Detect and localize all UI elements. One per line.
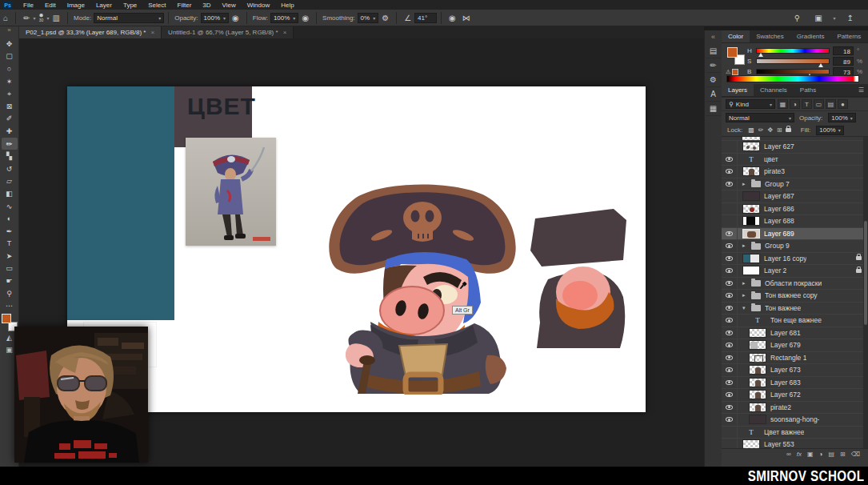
- visibility-toggle[interactable]: [722, 265, 738, 277]
- group-chevron-icon[interactable]: ▸: [742, 181, 747, 187]
- filter-adjustment-icon[interactable]: ◑: [790, 99, 800, 109]
- layer-row[interactable]: pirate3: [722, 166, 868, 178]
- workspace-switcher-icon[interactable]: ▣: [811, 14, 825, 22]
- visibility-toggle[interactable]: [722, 315, 738, 327]
- home-icon[interactable]: ⌂: [0, 14, 11, 22]
- menu-item[interactable]: Select: [142, 2, 171, 9]
- visibility-toggle[interactable]: [722, 414, 738, 426]
- layer-row[interactable]: Layer 672: [722, 389, 868, 402]
- brush-size-preview[interactable]: ●30: [35, 13, 46, 22]
- layer-row[interactable]: Layer 683: [722, 377, 868, 390]
- layer-row[interactable]: Rectangle 1: [722, 352, 868, 365]
- layer-row[interactable]: Layer 553: [722, 439, 868, 448]
- panel-tab[interactable]: Paths: [794, 84, 822, 96]
- properties-panel-icon[interactable]: ⚙: [706, 73, 721, 87]
- gamut-warning[interactable]: ⚠: [726, 69, 738, 75]
- brush-angle-field[interactable]: 41°: [414, 13, 437, 23]
- visibility-toggle[interactable]: [722, 439, 738, 448]
- brush-tool[interactable]: ✏: [2, 138, 18, 150]
- layer-blend-mode-select[interactable]: Normal▾: [726, 113, 794, 122]
- layer-effects-icon[interactable]: fx: [797, 451, 802, 458]
- filter-attribute-icon[interactable]: ●: [838, 99, 848, 109]
- group-chevron-icon[interactable]: ▸: [742, 242, 747, 249]
- layer-row[interactable]: Layer 673: [722, 364, 868, 377]
- visibility-toggle[interactable]: [722, 278, 738, 290]
- layer-row[interactable]: Layer 688: [722, 215, 868, 228]
- blend-mode-select[interactable]: Normal▾: [94, 13, 164, 23]
- panel-tab[interactable]: Channels: [754, 84, 794, 96]
- visibility-toggle[interactable]: [722, 364, 738, 376]
- filter-smart-object-icon[interactable]: ▤: [826, 99, 836, 109]
- panel-tab[interactable]: Patterns: [831, 30, 868, 42]
- layer-row[interactable]: Layer 679: [722, 339, 868, 352]
- visibility-toggle[interactable]: [722, 203, 738, 215]
- share-icon[interactable]: ↥: [844, 14, 857, 22]
- gradient-tool[interactable]: ◧: [2, 187, 18, 200]
- layer-row[interactable]: ▾ Тон важнее: [722, 303, 868, 315]
- lock-artboard-icon[interactable]: ⊞: [777, 126, 782, 134]
- close-icon[interactable]: ×: [150, 29, 154, 36]
- shape-tool[interactable]: ▭: [2, 263, 18, 275]
- color-spectrum-ramp[interactable]: [726, 75, 859, 82]
- close-icon[interactable]: ×: [283, 29, 287, 36]
- search-icon[interactable]: ⚲: [791, 14, 803, 22]
- menu-item[interactable]: 3D: [197, 2, 216, 9]
- crop-tool[interactable]: ⌖: [2, 87, 18, 100]
- expand-panels-icon[interactable]: «: [711, 30, 715, 42]
- pressure-size-icon[interactable]: ◉: [446, 14, 459, 22]
- frame-tool[interactable]: ⊠: [2, 100, 18, 113]
- layer-filter-select[interactable]: ⚲ Kind ▾: [726, 99, 775, 109]
- scrollbar-thumb[interactable]: [864, 221, 867, 325]
- visibility-toggle[interactable]: [722, 290, 738, 302]
- toggle-brush-panel-icon[interactable]: ▥: [50, 14, 63, 22]
- panel-tab[interactable]: Color: [722, 30, 750, 42]
- layer-fill-field[interactable]: 100%▾: [816, 126, 843, 135]
- layer-row[interactable]: T цвет: [722, 154, 868, 166]
- layer-mask-icon[interactable]: ▣: [807, 451, 814, 458]
- group-chevron-icon[interactable]: ▾: [742, 305, 747, 311]
- edit-toolbar[interactable]: ⋯: [2, 299, 18, 312]
- foreground-color-swatch[interactable]: [2, 314, 11, 323]
- visibility-toggle[interactable]: [722, 402, 738, 414]
- history-panel-icon[interactable]: ▤: [706, 44, 721, 58]
- menu-item[interactable]: Image: [62, 2, 90, 9]
- move-tool[interactable]: ✥: [2, 38, 18, 50]
- document-tab[interactable]: P02_1.psd @ 33,3% (Layer 689, RGB/8) *×: [19, 26, 162, 38]
- history-brush-tool[interactable]: ↺: [2, 162, 18, 175]
- visibility-toggle[interactable]: [722, 339, 738, 351]
- menu-item[interactable]: Layer: [90, 2, 118, 9]
- layer-row[interactable]: Layer 681: [722, 327, 868, 340]
- visibility-toggle[interactable]: [722, 427, 738, 439]
- layer-row[interactable]: pirate2: [722, 402, 868, 415]
- filter-type-icon[interactable]: T: [802, 99, 812, 109]
- flow-select[interactable]: 100%▾: [270, 13, 298, 23]
- chevron-down-icon[interactable]: ▾: [834, 15, 836, 21]
- visibility-toggle[interactable]: [722, 154, 738, 166]
- adjustment-layer-icon[interactable]: ◑: [819, 451, 823, 458]
- visibility-toggle[interactable]: [722, 352, 738, 364]
- layer-row[interactable]: T Цвет важнее: [722, 427, 868, 439]
- visibility-toggle[interactable]: [722, 389, 738, 401]
- hue-value-field[interactable]: 18: [833, 46, 854, 55]
- clone-stamp-tool[interactable]: ▚: [2, 150, 18, 162]
- menu-item[interactable]: Filter: [172, 2, 198, 9]
- visibility-toggle[interactable]: [722, 240, 738, 252]
- magic-wand-tool[interactable]: ✶: [2, 75, 18, 88]
- menu-item[interactable]: Window: [242, 2, 275, 9]
- layer-row[interactable]: Layer 686: [722, 203, 868, 216]
- visibility-toggle[interactable]: [722, 178, 738, 190]
- new-layer-icon[interactable]: ⊞: [840, 451, 846, 458]
- group-chevron-icon[interactable]: ▸: [742, 280, 747, 287]
- visibility-toggle[interactable]: [722, 228, 738, 240]
- brush-settings-panel-icon[interactable]: ✏: [706, 58, 721, 73]
- panel-tab[interactable]: Layers: [722, 84, 754, 96]
- link-layers-icon[interactable]: ∞: [786, 451, 791, 458]
- layer-row[interactable]: soonsang-hong-: [722, 414, 868, 427]
- layer-row[interactable]: ▸ Group 7: [722, 178, 868, 191]
- pressure-opacity-icon[interactable]: ◉: [229, 14, 242, 22]
- layer-opacity-field[interactable]: 100%▾: [828, 113, 855, 122]
- smoothing-options-icon[interactable]: ⚙: [378, 14, 392, 22]
- brightness-slider[interactable]: [756, 69, 830, 74]
- visibility-toggle[interactable]: [722, 377, 738, 389]
- menu-item[interactable]: File: [18, 2, 39, 9]
